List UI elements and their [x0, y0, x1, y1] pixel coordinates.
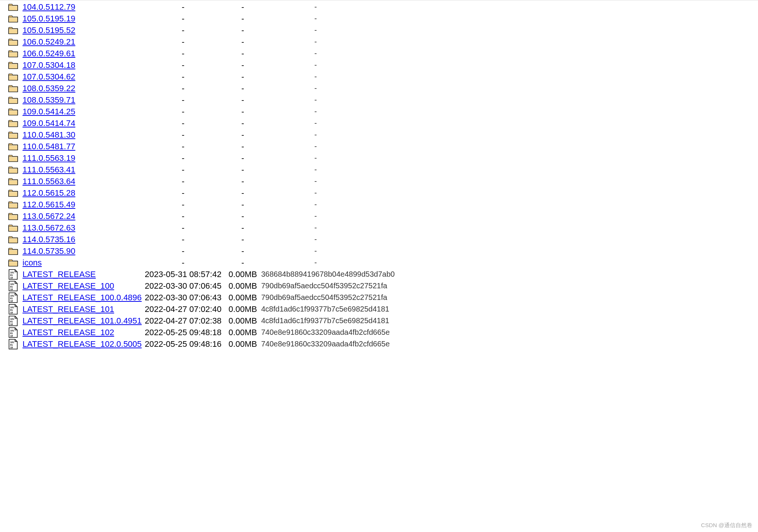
file-listing: 104.0.5112.79---105.0.5195.19---105.0.51… — [0, 1, 758, 350]
file-link[interactable]: LATEST_RELEASE_100.0.4896 — [23, 293, 142, 302]
folder-link[interactable]: 113.0.5672.24 — [23, 211, 75, 221]
folder-link[interactable]: 109.0.5414.74 — [23, 118, 75, 128]
date-cell: - — [142, 60, 224, 70]
size-cell: - — [224, 49, 261, 58]
hash-cell: 4c8fd1ad6c1f99377b7c5e69825d4181 — [261, 305, 370, 313]
date-cell: 2022-03-30 07:06:43 — [142, 293, 224, 303]
file-icon-cell: 1010110 — [8, 339, 23, 349]
svg-text:101: 101 — [10, 318, 14, 320]
hash-cell: - — [261, 72, 370, 81]
svg-text:10: 10 — [10, 300, 13, 302]
list-row: 106.0.5249.21--- — [0, 36, 758, 48]
file-link[interactable]: LATEST_RELEASE_100 — [23, 281, 114, 291]
date-cell: - — [142, 200, 224, 210]
folder-link[interactable]: 104.0.5112.79 — [23, 2, 75, 12]
folder-icon — [8, 3, 18, 11]
folder-link[interactable]: icons — [23, 258, 42, 267]
hash-cell: - — [261, 3, 370, 11]
folder-link[interactable]: 111.0.5563.64 — [23, 177, 75, 186]
folder-link[interactable]: 106.0.5249.21 — [23, 37, 75, 46]
hash-cell: - — [261, 84, 370, 93]
binary-file-icon: 1010110 — [8, 281, 18, 291]
list-row: 1010110LATEST_RELEASE2023-05-31 08:57:42… — [0, 268, 758, 280]
size-cell: - — [224, 188, 261, 198]
folder-link[interactable]: 108.0.5359.22 — [23, 84, 75, 93]
hash-cell: - — [261, 165, 370, 174]
folder-icon — [8, 189, 18, 197]
folder-link[interactable]: 111.0.5563.41 — [23, 165, 75, 174]
folder-icon-cell — [8, 84, 23, 93]
hash-cell: - — [261, 107, 370, 116]
list-row: 110.0.5481.77--- — [0, 141, 758, 152]
hash-cell: - — [261, 189, 370, 197]
folder-link[interactable]: 114.0.5735.90 — [23, 246, 75, 256]
hash-cell: 790db69af5aedcc504f53952c27521fa — [261, 282, 370, 290]
list-row: 1010110LATEST_RELEASE_102.0.50052022-05-… — [0, 338, 758, 350]
hash-cell: - — [261, 177, 370, 186]
list-row: 108.0.5359.71--- — [0, 94, 758, 106]
size-cell: - — [224, 118, 261, 128]
folder-link[interactable]: 109.0.5414.25 — [23, 107, 75, 116]
file-link[interactable]: LATEST_RELEASE_102 — [23, 328, 114, 337]
size-cell: - — [224, 14, 261, 24]
hash-cell: - — [261, 223, 370, 232]
file-link[interactable]: LATEST_RELEASE_101.0.4951 — [23, 316, 142, 325]
name-cell: LATEST_RELEASE_100.0.4896 — [23, 293, 142, 303]
file-link[interactable]: LATEST_RELEASE — [23, 270, 96, 279]
folder-link[interactable]: 113.0.5672.63 — [23, 223, 75, 232]
folder-link[interactable]: 114.0.5735.16 — [23, 235, 75, 244]
folder-link[interactable]: 110.0.5481.30 — [23, 130, 75, 139]
list-row: 111.0.5563.19--- — [0, 152, 758, 164]
size-cell: - — [224, 177, 261, 186]
folder-link[interactable]: 108.0.5359.71 — [23, 95, 75, 105]
folder-icon-cell — [8, 201, 23, 209]
hash-cell: - — [261, 235, 370, 244]
folder-icon — [8, 119, 18, 127]
folder-icon-cell — [8, 96, 23, 104]
size-cell: - — [224, 2, 261, 12]
date-cell: - — [142, 25, 224, 35]
list-row: 114.0.5735.90--- — [0, 245, 758, 257]
folder-link[interactable]: 112.0.5615.49 — [23, 200, 75, 209]
size-cell: - — [224, 60, 261, 70]
file-link[interactable]: LATEST_RELEASE_102.0.5005 — [23, 339, 142, 349]
hash-cell: 4c8fd1ad6c1f99377b7c5e69825d4181 — [261, 316, 370, 325]
folder-link[interactable]: 112.0.5615.28 — [23, 188, 75, 198]
size-cell: - — [224, 95, 261, 105]
folder-link[interactable]: 106.0.5249.61 — [23, 49, 75, 58]
list-row: 112.0.5615.28--- — [0, 187, 758, 199]
name-cell: 113.0.5672.63 — [23, 223, 142, 233]
folder-icon-cell — [8, 154, 23, 162]
binary-file-icon: 1010110 — [8, 304, 18, 315]
name-cell: 109.0.5414.25 — [23, 107, 142, 117]
folder-icon — [8, 212, 18, 220]
file-icon-cell: 1010110 — [8, 281, 23, 291]
name-cell: 106.0.5249.21 — [23, 37, 142, 47]
file-link[interactable]: LATEST_RELEASE_101 — [23, 304, 114, 314]
file-icon-cell: 1010110 — [8, 269, 23, 280]
folder-link[interactable]: 107.0.5304.18 — [23, 60, 75, 70]
svg-text:101: 101 — [10, 329, 14, 332]
size-cell: - — [224, 153, 261, 163]
binary-file-icon: 1010110 — [8, 316, 18, 326]
folder-link[interactable]: 105.0.5195.19 — [23, 14, 75, 23]
folder-link[interactable]: 111.0.5563.19 — [23, 153, 75, 163]
svg-text:101: 101 — [10, 306, 14, 309]
folder-icon — [8, 259, 18, 267]
folder-link[interactable]: 107.0.5304.62 — [23, 72, 75, 81]
list-row: 112.0.5615.49--- — [0, 199, 758, 210]
folder-icon — [8, 235, 18, 244]
folder-icon-cell — [8, 166, 23, 174]
folder-link[interactable]: 110.0.5481.77 — [23, 142, 75, 151]
name-cell: 109.0.5414.74 — [23, 118, 142, 128]
svg-text:01: 01 — [10, 285, 13, 288]
svg-text:01: 01 — [10, 332, 13, 334]
binary-file-icon: 1010110 — [8, 339, 18, 349]
name-cell: 108.0.5359.22 — [23, 84, 142, 93]
list-row: 109.0.5414.25--- — [0, 106, 758, 117]
name-cell: 104.0.5112.79 — [23, 2, 142, 12]
list-row: 108.0.5359.22--- — [0, 82, 758, 94]
folder-link[interactable]: 105.0.5195.52 — [23, 25, 75, 35]
svg-text:101: 101 — [10, 294, 14, 297]
folder-icon-cell — [8, 259, 23, 267]
